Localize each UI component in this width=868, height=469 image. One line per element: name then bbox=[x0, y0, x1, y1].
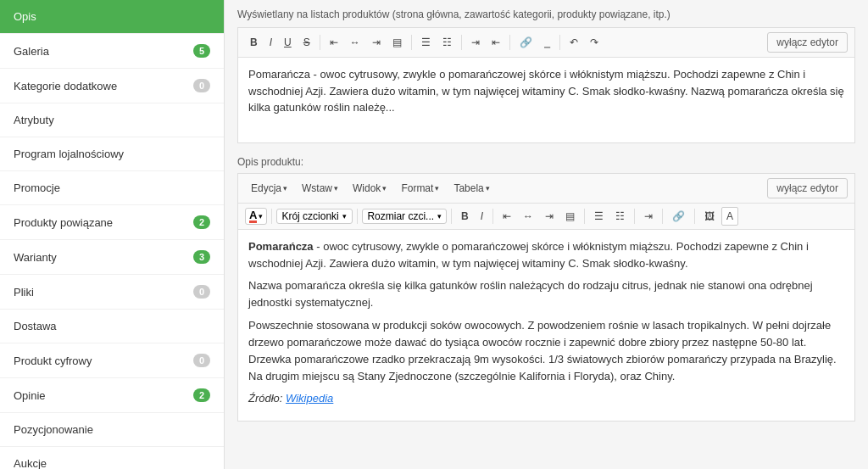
separator2 bbox=[411, 35, 412, 50]
align-justify-button2[interactable]: ▤ bbox=[560, 207, 580, 226]
align-left-button2[interactable]: ⇤ bbox=[498, 207, 516, 226]
outdent-button[interactable]: ⇤ bbox=[487, 33, 505, 52]
indent-button[interactable]: ⇥ bbox=[466, 33, 485, 52]
align-right-button2[interactable]: ⇥ bbox=[540, 207, 559, 226]
main-content: Wyświetlany na listach produktów (strona… bbox=[225, 0, 868, 469]
sidebar-item-pliki[interactable]: Pliki 0 bbox=[0, 275, 224, 310]
italic-button[interactable]: I bbox=[264, 33, 277, 52]
sidebar-item-label: Produkty powiązane bbox=[14, 216, 113, 229]
sep-r2-4 bbox=[492, 209, 493, 224]
bold-button[interactable]: B bbox=[245, 33, 263, 52]
sidebar-item-atrybuty[interactable]: Atrybuty bbox=[0, 103, 224, 137]
sidebar-item-label: Promocje bbox=[14, 181, 60, 194]
sidebar-item-produkty[interactable]: Produkty powiązane 2 bbox=[0, 205, 224, 240]
sidebar-item-dostawa[interactable]: Dostawa bbox=[0, 310, 224, 343]
short-desc-toolbar: B I U S ⇤ ↔ ⇥ ▤ ☰ ☷ ⇥ ⇤ 🔗 ⎯ ↶ ↷ wyłącz e… bbox=[238, 28, 854, 58]
separator5 bbox=[559, 35, 560, 50]
highlight-button[interactable]: A bbox=[721, 207, 738, 226]
sidebar-item-label: Produkt cyfrowy bbox=[14, 355, 92, 367]
product-description-editor: Edycja ▾ Wstaw ▾ Widok ▾ Format ▾ Tabela… bbox=[237, 173, 855, 422]
link-button2[interactable]: 🔗 bbox=[667, 207, 690, 226]
sidebar-item-kategorie[interactable]: Kategorie dodatkowe 0 bbox=[0, 69, 224, 103]
indent-button2[interactable]: ⇥ bbox=[639, 207, 658, 226]
link-button[interactable]: 🔗 bbox=[515, 33, 537, 52]
tabela-label: Tabela bbox=[453, 182, 483, 194]
italic-button2[interactable]: I bbox=[476, 207, 488, 226]
badge-produkty: 2 bbox=[193, 215, 210, 229]
toolbar2-right: wyłącz edytor bbox=[767, 178, 848, 198]
undo-button[interactable]: ↶ bbox=[565, 33, 583, 52]
sidebar-item-label: Pliki bbox=[14, 286, 34, 299]
underline-button[interactable]: U bbox=[279, 33, 297, 52]
tabela-menu[interactable]: Tabela ▾ bbox=[448, 179, 495, 198]
font-size-chevron: ▾ bbox=[437, 212, 442, 221]
content-bold: Pomarańcza bbox=[248, 240, 314, 253]
align-justify-button[interactable]: ▤ bbox=[387, 33, 407, 52]
redo-button[interactable]: ↷ bbox=[585, 33, 604, 52]
ordered-list-button[interactable]: ☷ bbox=[437, 33, 457, 52]
sidebar-item-pozycjonowanie[interactable]: Pozycjonowanie bbox=[0, 413, 224, 447]
content-source-text: Źródło: bbox=[248, 392, 286, 405]
separator4 bbox=[509, 35, 510, 50]
sidebar-item-warianty[interactable]: Warianty 3 bbox=[0, 240, 224, 275]
sidebar-item-opinie[interactable]: Opinie 2 bbox=[0, 378, 224, 413]
badge-produkt-cyfrowy: 0 bbox=[193, 354, 210, 367]
font-color-chevron: ▾ bbox=[259, 212, 263, 221]
font-size-label: Rozmiar czci... bbox=[367, 210, 434, 222]
tabela-chevron: ▾ bbox=[486, 184, 490, 193]
align-left-button[interactable]: ⇤ bbox=[325, 33, 343, 52]
sidebar-item-program[interactable]: Program lojalnościowy bbox=[0, 137, 224, 171]
format-chevron: ▾ bbox=[435, 184, 439, 193]
sidebar-item-promocje[interactable]: Promocje bbox=[0, 171, 224, 205]
sidebar-item-aukcje[interactable]: Aukcje bbox=[0, 447, 224, 469]
widok-chevron: ▾ bbox=[382, 184, 387, 193]
align-center-button2[interactable]: ↔ bbox=[518, 207, 538, 226]
sep-r2-7 bbox=[662, 209, 663, 224]
format-menu[interactable]: Format ▾ bbox=[395, 179, 445, 198]
separator3 bbox=[461, 35, 462, 50]
badge-galeria: 5 bbox=[193, 44, 210, 58]
sidebar-item-galeria[interactable]: Galeria 5 bbox=[0, 34, 224, 69]
short-description-content[interactable]: Pomarańcza - owoc cytrusowy, zwykle o po… bbox=[238, 58, 854, 142]
disable-editor-button2[interactable]: wyłącz edytor bbox=[767, 178, 848, 198]
font-color-label: A bbox=[249, 209, 257, 223]
edycja-menu[interactable]: Edycja ▾ bbox=[245, 179, 293, 198]
wstaw-label: Wstaw bbox=[302, 182, 332, 194]
wstaw-chevron: ▾ bbox=[334, 184, 338, 193]
disable-editor-button[interactable]: wyłącz edytor bbox=[767, 32, 848, 53]
unlink-button[interactable]: ⎯ bbox=[539, 33, 555, 52]
font-color-picker[interactable]: A ▾ bbox=[245, 208, 267, 225]
badge-pliki: 0 bbox=[193, 285, 210, 299]
widok-menu[interactable]: Widok ▾ bbox=[347, 179, 392, 198]
align-right-button[interactable]: ⇥ bbox=[367, 33, 386, 52]
font-size-dropdown[interactable]: Rozmiar czci... ▾ bbox=[362, 209, 447, 224]
sidebar-item-label: Dostawa bbox=[14, 320, 57, 332]
sep-r2-3 bbox=[451, 209, 452, 224]
edycja-chevron: ▾ bbox=[283, 184, 287, 193]
font-family-dropdown[interactable]: Krój czcionki ▾ bbox=[276, 209, 353, 224]
sidebar-item-label: Opinie bbox=[14, 389, 46, 402]
product-desc-toolbar-format: A ▾ Krój czcionki ▾ Rozmiar czci... ▾ B … bbox=[238, 204, 854, 230]
image-button[interactable]: 🖼 bbox=[699, 207, 720, 226]
wstaw-menu[interactable]: Wstaw ▾ bbox=[296, 179, 344, 198]
bold-button2[interactable]: B bbox=[456, 207, 474, 226]
ordered-list-button2[interactable]: ☷ bbox=[610, 207, 630, 226]
unordered-list-button2[interactable]: ☰ bbox=[589, 207, 609, 226]
sidebar-item-opis[interactable]: Opis bbox=[0, 0, 224, 34]
sidebar: Opis Galeria 5 Kategorie dodatkowe 0 Atr… bbox=[0, 0, 225, 469]
font-family-label: Krój czcionki bbox=[281, 210, 338, 222]
unordered-list-button[interactable]: ☰ bbox=[416, 33, 436, 52]
strikethrough-button[interactable]: S bbox=[298, 33, 315, 52]
sidebar-item-label: Aukcje bbox=[14, 457, 47, 469]
content-source-line: Źródło: Wikipedia bbox=[248, 390, 844, 407]
product-description-content[interactable]: Pomarańcza - owoc cytrusowy, zwykle o po… bbox=[238, 230, 854, 421]
align-center-button[interactable]: ↔ bbox=[345, 33, 365, 52]
widok-label: Widok bbox=[353, 182, 381, 194]
badge-opinie: 2 bbox=[193, 388, 210, 402]
edycja-label: Edycja bbox=[251, 182, 281, 194]
content-wikipedia-link[interactable]: Wikipedia bbox=[286, 392, 333, 405]
sidebar-item-produkt-cyfrowy[interactable]: Produkt cyfrowy 0 bbox=[0, 343, 224, 378]
toolbar-right: wyłącz edytor bbox=[767, 32, 848, 53]
sidebar-item-label: Atrybuty bbox=[14, 114, 54, 126]
short-description-editor: B I U S ⇤ ↔ ⇥ ▤ ☰ ☷ ⇥ ⇤ 🔗 ⎯ ↶ ↷ wyłącz e… bbox=[237, 27, 855, 143]
